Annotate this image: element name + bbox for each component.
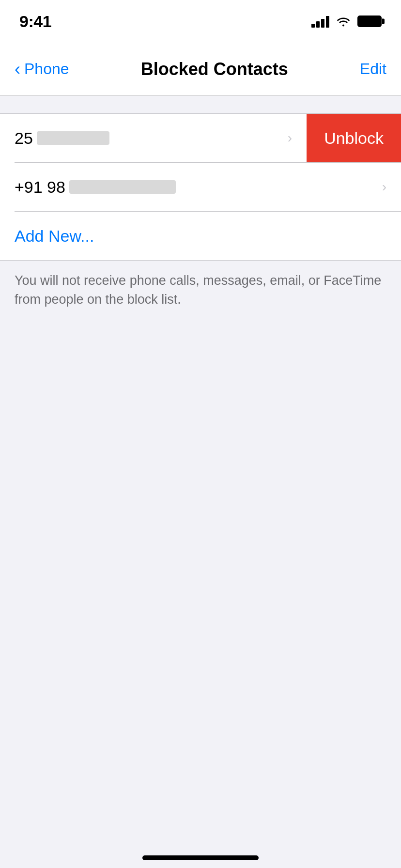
status-time: 9:41: [19, 12, 51, 31]
list-item[interactable]: 25 › Unblock: [0, 114, 401, 162]
page-title: Blocked Contacts: [141, 59, 288, 79]
edit-button[interactable]: Edit: [360, 60, 386, 78]
chevron-left-icon: ‹: [15, 59, 20, 79]
chevron-right-icon: ›: [382, 179, 386, 195]
signal-bar-2: [316, 21, 320, 28]
add-new-label[interactable]: Add New...: [15, 227, 94, 246]
battery-icon: [357, 16, 382, 27]
redacted-number-2: [69, 180, 176, 194]
back-label: Phone: [24, 60, 69, 78]
status-icons: [311, 15, 382, 28]
status-bar: 9:41: [0, 0, 401, 43]
redacted-number-1: [37, 131, 109, 145]
add-new-row[interactable]: Add New...: [0, 212, 401, 260]
signal-bars-icon: [311, 15, 329, 28]
contact-number-1: 25: [15, 129, 109, 148]
contact-row-1[interactable]: 25 ›: [0, 114, 307, 162]
contact-number-2: +91 98: [15, 178, 176, 197]
section-gap-top: [0, 96, 401, 113]
signal-bar-4: [326, 16, 329, 28]
home-indicator: [142, 855, 259, 860]
footer-note: You will not receive phone calls, messag…: [0, 261, 401, 309]
list-item[interactable]: +91 98 ›: [0, 163, 401, 211]
unblock-button[interactable]: Unblock: [307, 114, 401, 162]
back-button[interactable]: ‹ Phone: [15, 59, 69, 79]
chevron-right-icon: ›: [288, 130, 292, 146]
contact-row-2[interactable]: +91 98 ›: [15, 163, 386, 211]
nav-bar: ‹ Phone Blocked Contacts Edit: [0, 43, 401, 96]
wifi-icon: [336, 16, 351, 27]
blocked-contacts-list: 25 › Unblock +91 98 › Add New...: [0, 113, 401, 261]
signal-bar-3: [321, 19, 324, 28]
signal-bar-1: [311, 24, 315, 28]
